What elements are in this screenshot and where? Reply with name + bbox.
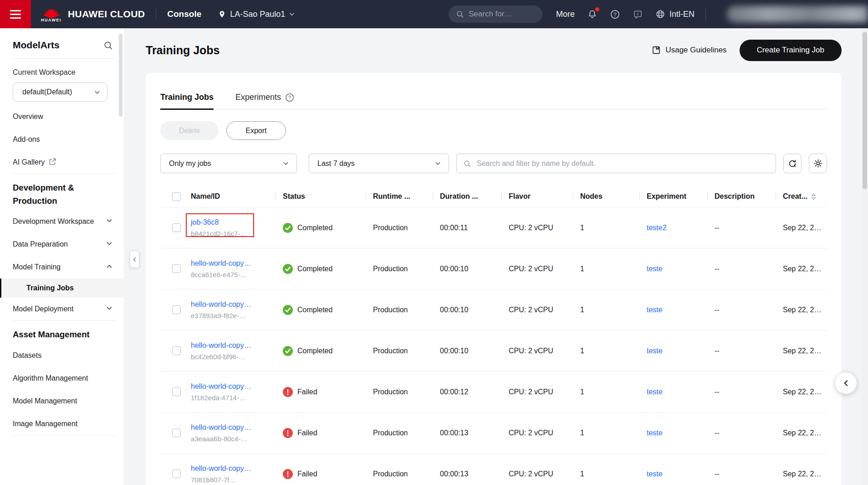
sidebar-collapse-handle[interactable] [130,251,139,268]
help-circle-icon[interactable]: ? [285,93,294,102]
row-checkbox[interactable] [172,223,181,232]
table-body: job-36c8b8421cd2-16c7-…CompletedProducti… [160,207,827,485]
sidebar-item-add-ons[interactable]: Add-ons [13,128,124,151]
sidebar-item-ai-gallery[interactable]: AI Gallery [13,151,124,174]
table-row: job-36c8b8421cd2-16c7-…CompletedProducti… [160,207,827,248]
sidebar-item-model-deployment[interactable]: Model Deployment [13,298,124,320]
job-name-link[interactable]: hello-world-copy… [191,341,251,349]
brand-title: HUAWEI CLOUD [68,9,145,20]
flavor-cell: CPU: 2 vCPU [501,429,573,437]
column-header-description: Description [707,192,776,201]
huawei-logo: HUAWEI [41,6,61,22]
region-selector[interactable]: LA-Sao Paulo1 [218,10,295,19]
sidebar-item-label: Algorithm Management [13,374,88,382]
description-cell: -- [707,265,776,273]
window-scrollbar[interactable] [862,28,868,485]
row-checkbox[interactable] [172,428,181,437]
create-training-job-button[interactable]: Create Training Job [740,40,842,61]
sidebar-item-development-workspace[interactable]: Development Workspace [13,210,124,233]
tab-experiments[interactable]: Experiments ? [235,93,294,110]
sidebar-item-overview[interactable]: Overview [13,105,124,128]
sidebar-item-model-training[interactable]: Model Training [13,256,124,279]
content-card: Training Jobs Experiments ? Delete Expor… [146,73,842,485]
sort-icon[interactable] [811,193,817,201]
sidebar-search-icon[interactable] [103,41,113,50]
more-menu[interactable]: More [556,10,575,19]
flavor-cell: CPU: 2 vCPU [501,470,573,478]
column-header-name-id: Name/ID [184,192,276,201]
sidebar-item-image-management[interactable]: Image Management [13,413,124,435]
delete-button[interactable]: Delete [160,121,219,140]
experiment-link[interactable]: teste [647,429,663,437]
account-name-redacted[interactable] [727,6,868,22]
usage-guidelines-link[interactable]: Usage Guidelines [652,46,726,55]
global-search-input[interactable]: Search for… [449,5,542,23]
tab-label: Training Jobs [160,93,214,102]
sidebar-item-datasets[interactable]: Datasets [13,344,124,367]
hamburger-menu-icon[interactable] [0,0,31,28]
job-name-link[interactable]: hello-world-copy… [191,464,251,472]
job-name-link[interactable]: hello-world-copy… [191,300,251,308]
help-button[interactable]: ? [610,9,620,20]
created-cell: Sep 22, 2… [776,306,827,314]
experiment-link[interactable]: teste2 [647,224,667,232]
experiment-link[interactable]: teste [647,265,663,273]
tab-training-jobs[interactable]: Training Jobs [160,93,214,110]
sidebar-scrollbar[interactable] [119,34,123,117]
status-cell: Completed [276,305,366,315]
row-checkbox[interactable] [172,387,181,396]
row-checkbox[interactable] [172,346,181,355]
column-header-duration: Duration ... [433,192,501,201]
experiment-cell: teste [639,388,707,396]
flavor-cell: CPU: 2 vCPU [501,388,573,396]
panel-collapse-button[interactable] [835,372,857,394]
table-search-input[interactable] [476,159,769,168]
huawei-logo-text: HUAWEI [41,18,61,22]
row-checkbox[interactable] [172,470,181,478]
job-name-link[interactable]: hello-world-copy… [191,259,251,267]
sidebar-item-training-jobs[interactable]: Training Jobs [0,279,124,298]
feedback-button[interactable] [633,9,643,20]
export-button[interactable]: Export [226,121,286,140]
sidebar-item-label: Model Training [13,263,61,271]
job-name-link[interactable]: hello-world-copy… [191,382,251,390]
nodes-cell: 1 [573,306,639,314]
sidebar-divider [13,435,117,436]
time-filter-select[interactable]: Last 7 days [309,154,449,173]
refresh-button[interactable] [783,154,802,173]
chevron-down-icon [94,89,101,96]
column-header-runtime: Runtime ... [366,192,433,201]
experiment-link[interactable]: teste [647,470,663,478]
status-label: Failed [297,470,317,478]
workspace-select[interactable]: default(Default) [13,83,107,102]
sidebar-item-data-preparation[interactable]: Data Preparation [13,233,124,256]
runtime-cell: Production [366,224,433,232]
notification-dot [595,7,599,11]
experiment-link[interactable]: teste [647,347,663,355]
duration-cell: 00:00:13 [433,429,501,437]
status-failed-icon [283,469,293,479]
job-name-link[interactable]: job-36c8 [191,218,219,226]
description-cell: -- [707,429,776,437]
status-cell: Completed [276,264,366,274]
sidebar-item-algorithm-management[interactable]: Algorithm Management [13,367,124,390]
name-id-cell: hello-world-copy…bc42e60d-bf96-… [184,341,276,361]
notifications-button[interactable] [587,9,597,20]
row-checkbox-cell [160,428,184,437]
experiment-link[interactable]: teste [647,388,663,396]
sidebar-item-model-management[interactable]: Model Management [13,390,124,413]
search-icon [463,160,471,168]
window-scrollbar-thumb[interactable] [863,32,867,189]
row-checkbox[interactable] [172,305,181,314]
job-id: 7081b807-7f… [191,476,276,484]
jobs-filter-select[interactable]: Only my jobs [160,154,297,173]
experiment-link[interactable]: teste [647,306,663,314]
table-settings-button[interactable] [809,154,827,173]
created-cell: Sep 22, 2… [776,224,827,232]
console-link[interactable]: Console [167,9,201,19]
header-checkbox[interactable] [172,192,181,201]
row-checkbox[interactable] [172,264,181,273]
job-name-link[interactable]: hello-world-copy… [191,423,251,431]
language-selector[interactable]: Intl-EN [655,9,694,19]
status-cell: Completed [276,346,366,356]
